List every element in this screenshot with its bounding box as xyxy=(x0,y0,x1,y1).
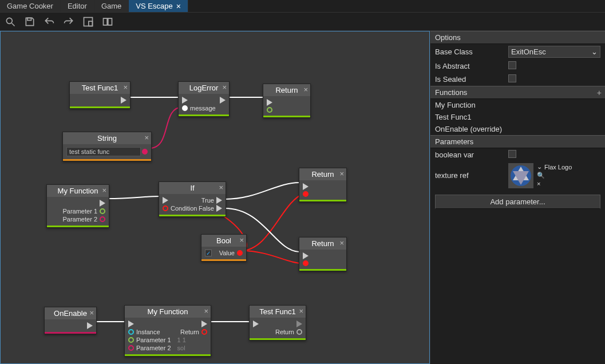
svg-line-1 xyxy=(12,23,15,26)
svg-rect-4 xyxy=(89,21,93,26)
data-port[interactable] xyxy=(267,107,272,113)
exec-in-port[interactable] xyxy=(253,321,259,327)
close-icon[interactable]: × xyxy=(339,239,344,247)
node-bool[interactable]: Bool× ✓Value xyxy=(201,234,247,262)
search-icon[interactable] xyxy=(3,15,17,29)
is-abstract-label: Is Abstract xyxy=(435,62,508,70)
close-icon[interactable]: × xyxy=(299,307,303,315)
exec-out-false[interactable] xyxy=(216,205,222,212)
node-title: My Function× xyxy=(47,185,109,197)
data-port[interactable] xyxy=(100,216,105,222)
close-icon[interactable]: × xyxy=(222,83,227,92)
close-icon[interactable]: × xyxy=(204,307,208,315)
exec-out-port[interactable] xyxy=(296,321,302,327)
data-port-condition[interactable] xyxy=(163,205,168,211)
add-function-icon[interactable]: + xyxy=(597,88,602,97)
bool-var-checkbox[interactable] xyxy=(508,150,516,158)
chevron-down-icon[interactable]: ⌄ xyxy=(537,163,542,171)
data-port[interactable] xyxy=(100,208,105,214)
close-icon[interactable]: × xyxy=(303,85,308,94)
close-icon[interactable]: × xyxy=(144,133,149,142)
tab-bar: Game Cooker Editor Game VS Escape× xyxy=(0,0,605,13)
exec-out-true[interactable] xyxy=(216,197,222,204)
base-class-label: Base Class xyxy=(435,48,508,56)
close-icon[interactable]: × xyxy=(339,169,344,178)
exec-in-port[interactable] xyxy=(182,97,188,104)
data-port[interactable] xyxy=(142,149,148,155)
tab-game-cooker[interactable]: Game Cooker xyxy=(0,0,61,12)
close-icon[interactable]: × xyxy=(89,308,94,317)
exec-out-port[interactable] xyxy=(87,322,93,329)
function-item[interactable]: OnEnable (override) xyxy=(430,123,605,135)
exec-out-port[interactable] xyxy=(220,97,226,104)
data-port[interactable] xyxy=(303,191,309,197)
data-port[interactable] xyxy=(303,260,309,266)
save-icon[interactable] xyxy=(23,15,37,29)
tab-game[interactable]: Game xyxy=(94,0,129,12)
exec-in-port[interactable] xyxy=(163,197,168,204)
node-title: Test Func1× xyxy=(70,82,130,94)
string-value-input[interactable] xyxy=(66,147,141,156)
data-port[interactable] xyxy=(296,329,302,335)
parameters-header: Parameters xyxy=(430,135,605,148)
exec-out-port[interactable] xyxy=(201,321,207,327)
data-port[interactable] xyxy=(237,250,243,256)
svg-rect-2 xyxy=(27,18,31,20)
close-icon[interactable]: × xyxy=(239,236,244,244)
data-port[interactable] xyxy=(201,329,207,335)
node-string[interactable]: String× xyxy=(62,132,152,161)
node-test-func1-call[interactable]: Test Func1× Return xyxy=(249,305,306,341)
data-port[interactable] xyxy=(182,105,188,111)
exec-in-port[interactable] xyxy=(303,252,309,259)
node-return-1[interactable]: Return× xyxy=(263,84,311,118)
svg-point-0 xyxy=(6,18,12,23)
docs-icon[interactable] xyxy=(101,15,114,29)
clear-icon[interactable]: × xyxy=(537,180,572,187)
node-if[interactable]: If× True ConditionFalse xyxy=(159,181,226,217)
exec-in-port[interactable] xyxy=(267,99,272,106)
texture-name: Flax Logo xyxy=(544,164,572,171)
function-item[interactable]: My Function xyxy=(430,99,605,111)
data-port[interactable] xyxy=(128,337,134,343)
is-sealed-checkbox[interactable] xyxy=(508,74,516,82)
node-test-func1[interactable]: Test Func1× xyxy=(69,81,131,109)
function-item[interactable]: Test Func1 xyxy=(430,111,605,123)
exec-out-port[interactable] xyxy=(100,200,105,207)
is-sealed-label: Is Sealed xyxy=(435,75,508,84)
tab-editor[interactable]: Editor xyxy=(61,0,94,12)
node-title: Bool× xyxy=(201,235,246,247)
center-view-icon[interactable] xyxy=(81,15,95,29)
close-icon[interactable]: × xyxy=(219,183,223,192)
tab-vs-escape[interactable]: VS Escape× xyxy=(129,0,188,12)
node-title: OnEnable× xyxy=(45,307,96,319)
node-on-enable[interactable]: OnEnable× xyxy=(44,307,97,334)
close-icon[interactable]: × xyxy=(123,83,128,92)
locate-icon[interactable]: 🔍 xyxy=(537,172,572,179)
node-my-function[interactable]: My Function× Parameter 1 Parameter 2 xyxy=(46,184,109,228)
node-my-function-call[interactable]: My Function× InstanceReturn Parameter 1 … xyxy=(124,305,211,357)
node-log-error[interactable]: LogError× message xyxy=(178,81,230,117)
base-class-dropdown[interactable]: ExitOnEsc⌄ xyxy=(508,46,600,58)
node-title: Test Func1× xyxy=(250,306,306,318)
data-port[interactable] xyxy=(128,329,134,335)
texture-ref-label: texture ref xyxy=(435,163,508,180)
close-icon[interactable]: × xyxy=(176,3,181,9)
exec-out-port[interactable] xyxy=(121,97,126,104)
close-icon[interactable]: × xyxy=(102,186,106,195)
texture-preview[interactable] xyxy=(508,163,533,188)
add-parameter-button[interactable]: Add parameter... xyxy=(435,195,600,209)
exec-in-port[interactable] xyxy=(128,321,134,327)
bool-var-label: boolean var xyxy=(435,151,508,159)
toolbar xyxy=(0,13,605,31)
redo-icon[interactable] xyxy=(62,15,76,29)
node-return-2[interactable]: Return× xyxy=(299,168,347,202)
bool-checkbox[interactable]: ✓ xyxy=(205,250,212,256)
node-title: String× xyxy=(63,132,151,144)
is-abstract-checkbox[interactable] xyxy=(508,61,516,69)
options-header: Options xyxy=(430,31,605,44)
data-port[interactable] xyxy=(128,345,134,351)
undo-icon[interactable] xyxy=(42,15,56,29)
graph-canvas[interactable]: Test Func1× LogError× message Return× St… xyxy=(0,31,430,364)
node-return-3[interactable]: Return× xyxy=(299,237,347,271)
exec-in-port[interactable] xyxy=(303,183,309,190)
